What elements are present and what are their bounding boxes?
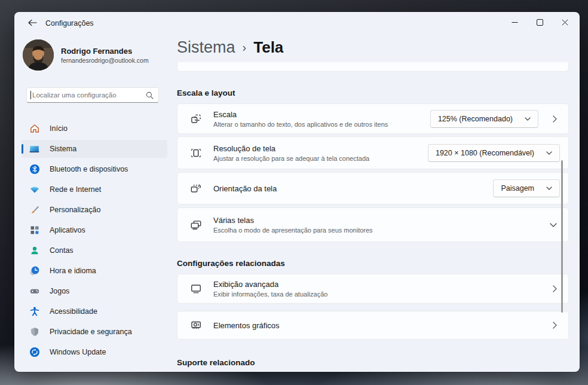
sidebar-item-sistema[interactable]: Sistema — [22, 140, 167, 158]
system-icon — [29, 143, 40, 155]
sidebar-item-aplicativos[interactable]: Aplicativos — [22, 221, 167, 239]
window-controls — [502, 12, 577, 32]
graphics-card-icon — [189, 319, 203, 332]
maximize-button[interactable] — [527, 12, 552, 32]
chevron-down-icon — [546, 151, 552, 155]
row-exibicao-avancada[interactable]: Exibição avançada Exibir informações, ta… — [177, 274, 569, 304]
sidebar-item-label: Jogos — [50, 287, 69, 295]
search-box[interactable] — [26, 87, 159, 103]
chevron-down-icon — [525, 117, 531, 121]
row-subtitle: Ajustar a resolução para se adequar à te… — [213, 155, 417, 162]
sidebar-item-acessibilidade[interactable]: Acessibilidade — [22, 302, 167, 320]
sidebar-item-label: Personalização — [50, 206, 100, 214]
row-text: Exibição avançada Exibir informações, ta… — [213, 280, 538, 298]
sidebar-item-rede[interactable]: Rede e Internet — [22, 181, 167, 198]
orientation-dropdown[interactable]: Paisagem — [493, 179, 560, 197]
row-resolucao[interactable]: Resolução de tela Ajustar a resolução pa… — [177, 136, 569, 169]
row-title: Exibição avançada — [213, 280, 538, 289]
gaming-controller-icon — [29, 286, 40, 297]
resolution-icon — [189, 146, 203, 160]
minimize-icon — [512, 19, 518, 26]
sidebar-item-label: Privacidade e segurança — [50, 328, 132, 336]
profile-name: Rodrigo Fernandes — [61, 47, 149, 56]
minimize-button[interactable] — [502, 12, 527, 32]
sidebar-item-bluetooth[interactable]: Bluetooth e dispositivos — [22, 160, 167, 178]
breadcrumb-parent[interactable]: Sistema — [177, 38, 235, 57]
sidebar-item-label: Hora e idioma — [50, 267, 96, 275]
sidebar-item-personalizacao[interactable]: Personalização — [22, 201, 167, 219]
scale-dropdown-value: 125% (Recomendado) — [438, 115, 513, 123]
sidebar-item-windows-update[interactable]: Windows Update — [22, 343, 167, 361]
home-icon — [29, 123, 40, 135]
sidebar-item-inicio[interactable]: Início — [22, 120, 167, 138]
row-text: Orientação da tela — [213, 184, 482, 193]
accounts-person-icon — [29, 245, 40, 256]
text-caret — [30, 91, 31, 99]
back-button[interactable] — [23, 15, 42, 32]
sidebar-item-label: Bluetooth e dispositivos — [50, 165, 128, 173]
accessibility-person-icon — [29, 306, 40, 317]
row-orientacao[interactable]: Orientação da tela Paisagem — [177, 172, 569, 204]
row-escala[interactable]: Escala Alterar o tamanho do texto, dos a… — [177, 103, 569, 134]
row-title: Várias telas — [213, 216, 536, 225]
sidebar: Rodrigo Fernandes fernandesrodrigo@outlo… — [14, 35, 174, 372]
resolution-dropdown[interactable]: 1920 × 1080 (Recomendável) — [428, 144, 560, 162]
app-title: Configurações — [45, 19, 94, 28]
search-input[interactable] — [32, 91, 146, 99]
search-icon — [146, 91, 154, 99]
row-text: Escala Alterar o tamanho do texto, dos a… — [213, 110, 419, 128]
section-title-suporte-relacionado: Suporte relacionado — [177, 358, 569, 367]
row-subtitle: Escolha o modo de apresentação para seus… — [213, 227, 536, 234]
close-icon — [562, 19, 568, 26]
sidebar-item-label: Windows Update — [50, 348, 106, 356]
apps-icon — [29, 225, 40, 236]
sidebar-item-jogos[interactable]: Jogos — [22, 282, 167, 300]
sidebar-item-label: Contas — [50, 246, 74, 255]
sidebar-item-label: Acessibilidade — [50, 307, 97, 316]
desktop-wallpaper: Configurações — [0, 0, 588, 385]
scale-dropdown[interactable]: 125% (Recomendado) — [430, 110, 538, 128]
close-button[interactable] — [552, 12, 577, 32]
row-varias-telas[interactable]: Várias telas Escolha o modo de apresenta… — [177, 207, 569, 242]
privacy-shield-icon — [29, 326, 40, 338]
section-title-config-relacionadas: Configurações relacionadas — [177, 259, 569, 268]
row-title: Resolução de tela — [213, 144, 417, 153]
sidebar-item-label: Início — [50, 124, 68, 133]
sidebar-item-privacidade[interactable]: Privacidade e segurança — [22, 323, 167, 341]
main-pane: Sistema › Tela Escala e layout — [177, 35, 569, 372]
time-language-clock-icon — [29, 265, 40, 277]
sidebar-item-label: Sistema — [50, 145, 76, 153]
chevron-right-icon[interactable] — [549, 322, 560, 329]
profile-card[interactable]: Rodrigo Fernandes fernandesrodrigo@outlo… — [23, 39, 149, 71]
page-title: Tela — [253, 38, 283, 57]
sidebar-item-label: Rede e Internet — [50, 185, 101, 194]
chevron-down-icon — [546, 187, 552, 190]
avatar-photo — [23, 39, 54, 71]
settings-scroll-area: Escala e layout Escala Alterar o tamanho… — [177, 62, 569, 372]
chevron-right-icon[interactable] — [549, 285, 560, 292]
breadcrumb-separator-icon: › — [243, 41, 247, 54]
scrollbar-thumb[interactable] — [561, 160, 563, 313]
row-text: Resolução de tela Ajustar a resolução pa… — [213, 144, 417, 162]
profile-text: Rodrigo Fernandes fernandesrodrigo@outlo… — [61, 47, 149, 64]
sidebar-item-hora-idioma[interactable]: Hora e idioma — [22, 262, 167, 280]
chevron-right-icon[interactable] — [549, 115, 560, 123]
row-title: Elementos gráficos — [213, 321, 538, 330]
row-elementos-graficos[interactable]: Elementos gráficos — [177, 311, 569, 340]
partial-card-top[interactable] — [177, 62, 569, 72]
section-title-escala-layout: Escala e layout — [177, 88, 569, 97]
advanced-display-icon — [189, 282, 203, 295]
titlebar: Configurações — [14, 12, 580, 35]
sidebar-nav: Início Sistema — [22, 120, 167, 363]
orientation-dropdown-value: Paisagem — [501, 184, 534, 192]
avatar — [23, 39, 54, 71]
breadcrumb: Sistema › Tela — [177, 38, 283, 57]
row-text: Elementos gráficos — [213, 321, 538, 330]
multi-display-icon — [189, 218, 203, 231]
back-arrow-icon — [28, 19, 37, 26]
row-title: Escala — [213, 110, 419, 119]
expand-chevron-down-icon[interactable] — [547, 223, 560, 227]
sidebar-item-contas[interactable]: Contas — [22, 242, 167, 259]
scale-icon — [189, 112, 203, 126]
resolution-dropdown-value: 1920 × 1080 (Recomendável) — [436, 149, 534, 157]
